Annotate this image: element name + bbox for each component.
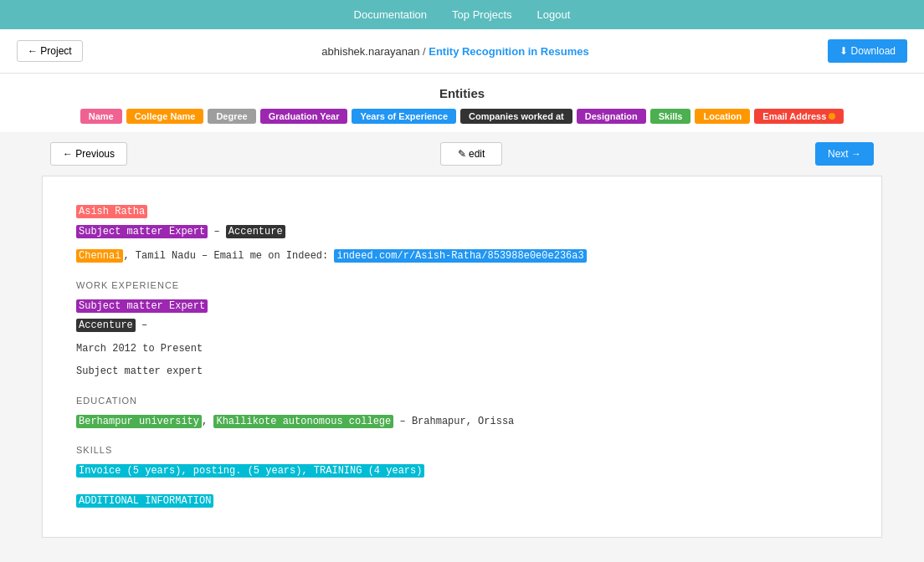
email-dot: [829, 113, 835, 120]
sub-header: ← Project abhishek.narayanan / Entity Re…: [0, 29, 924, 74]
tag-college-name[interactable]: College Name: [126, 109, 204, 124]
tag-email[interactable]: Email Address: [754, 109, 844, 124]
name-highlight: Asish Ratha: [76, 205, 147, 218]
entities-title: Entities: [17, 86, 907, 100]
work-section-label: WORK EXPERIENCE: [76, 278, 848, 294]
nav-documentation[interactable]: Documentation: [354, 8, 427, 21]
breadcrumb-user: abhishek.narayanan: [321, 45, 419, 58]
breadcrumb: abhishek.narayanan / Entity Recognition …: [321, 45, 588, 58]
work-designation-highlight: Subject matter Expert: [76, 299, 208, 313]
nav-logout[interactable]: Logout: [537, 8, 571, 21]
skills-section-label: SKILLS: [76, 442, 848, 459]
resume-date-range: March 2012 to Present: [76, 340, 848, 359]
navigation-row: ← Previous ✎ edit Next →: [0, 132, 924, 176]
college-highlight: Khallikote autonomous college: [213, 415, 393, 428]
resume-education-line: Berhampur university, Khallikote autonom…: [76, 413, 848, 432]
resume-location-line: Chennai, Tamil Nadu – Email me on Indeed…: [76, 248, 848, 266]
university-highlight: Berhampur university: [76, 415, 202, 428]
tag-skills[interactable]: Skills: [650, 109, 691, 124]
resume-container: Asish Ratha Subject matter Expert – Acce…: [42, 176, 882, 538]
resume-additional-line: ADDITIONAL INFORMATION: [76, 493, 848, 511]
tag-companies[interactable]: Companies worked at: [460, 109, 572, 124]
email-highlight: indeed.com/r/Asish-Ratha/853988e0e0e236a…: [334, 249, 586, 263]
top-navigation: Documentation Top Projects Logout: [0, 0, 924, 29]
resume-role-desc: Subject matter expert: [76, 363, 848, 381]
prev-button[interactable]: ← Previous: [50, 142, 127, 166]
resume-work-company: Accenture –: [76, 317, 848, 335]
tag-graduation-year[interactable]: Graduation Year: [260, 109, 348, 124]
nav-top-projects[interactable]: Top Projects: [452, 8, 512, 21]
tag-degree[interactable]: Degree: [208, 109, 255, 124]
resume-work-designation: Subject matter Expert: [76, 298, 848, 316]
edu-suffix: – Brahmapur, Orissa: [393, 416, 514, 427]
tag-name[interactable]: Name: [80, 109, 122, 124]
tag-email-label: Email Address: [762, 111, 826, 121]
designation-separator: –: [213, 226, 225, 238]
resume-skills-line: Invoice (5 years), posting. (5 years), T…: [76, 462, 848, 481]
education-section-label: EDUCATION: [76, 393, 848, 410]
skills-highlight: Invoice (5 years), posting. (5 years), T…: [76, 464, 424, 478]
work-company-highlight: Accenture: [76, 319, 136, 332]
additional-highlight: ADDITIONAL INFORMATION: [76, 494, 213, 508]
entity-tags: Name College Name Degree Graduation Year…: [17, 109, 907, 124]
tag-location[interactable]: Location: [695, 109, 750, 124]
resume-designation-line: Subject matter Expert – Accenture: [76, 223, 848, 242]
company-suffix: –: [136, 319, 147, 331]
breadcrumb-project: Entity Recognition in Resumes: [429, 45, 588, 58]
resume-name-line: Asish Ratha: [76, 203, 848, 222]
edu-comma: ,: [202, 416, 213, 427]
entities-section: Entities Name College Name Degree Gradua…: [0, 74, 924, 132]
location-highlight: Chennai: [76, 249, 123, 263]
back-button[interactable]: ← Project: [17, 40, 83, 62]
location-suffix: , Tamil Nadu – Email me on Indeed:: [123, 250, 334, 262]
download-button[interactable]: ⬇ Download: [828, 39, 907, 63]
company-header-highlight: Accenture: [226, 225, 285, 238]
edit-button[interactable]: ✎ edit: [440, 142, 503, 166]
designation-highlight: Subject matter Expert: [76, 225, 208, 238]
tag-designation[interactable]: Designation: [577, 109, 646, 124]
tag-years-experience[interactable]: Years of Experience: [352, 109, 456, 124]
next-button[interactable]: Next →: [815, 142, 874, 166]
